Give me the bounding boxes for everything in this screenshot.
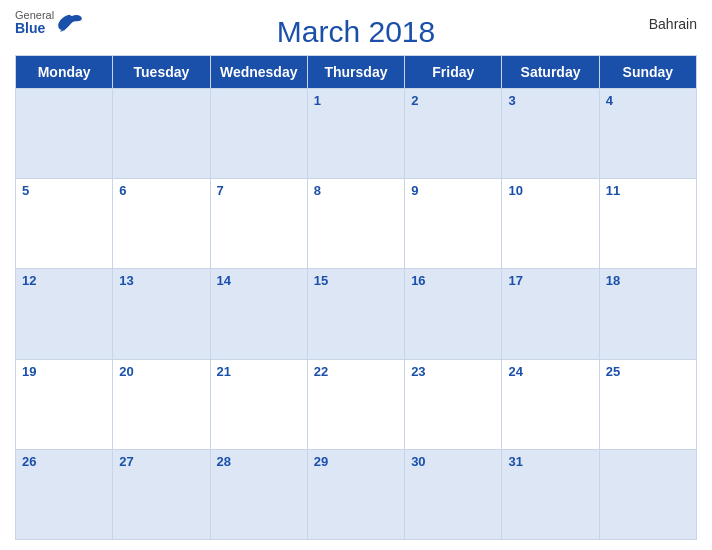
weekday-header-sunday: Sunday <box>599 56 696 89</box>
calendar-day-8: 8 <box>307 179 404 269</box>
day-number: 29 <box>314 454 328 469</box>
calendar-week-row: 1234 <box>16 89 697 179</box>
calendar-table: MondayTuesdayWednesdayThursdayFridaySatu… <box>15 55 697 540</box>
logo: General Blue <box>15 10 84 35</box>
day-number: 18 <box>606 273 620 288</box>
calendar-day-22: 22 <box>307 359 404 449</box>
calendar-day-2: 2 <box>405 89 502 179</box>
calendar-header-row: MondayTuesdayWednesdayThursdayFridaySatu… <box>16 56 697 89</box>
logo-blue-text: Blue <box>15 21 54 35</box>
calendar-day-1: 1 <box>307 89 404 179</box>
calendar-day-28: 28 <box>210 449 307 539</box>
calendar-day-empty <box>599 449 696 539</box>
weekday-header-saturday: Saturday <box>502 56 599 89</box>
day-number: 19 <box>22 364 36 379</box>
calendar-day-21: 21 <box>210 359 307 449</box>
calendar-day-7: 7 <box>210 179 307 269</box>
calendar-day-29: 29 <box>307 449 404 539</box>
calendar-day-4: 4 <box>599 89 696 179</box>
calendar-day-11: 11 <box>599 179 696 269</box>
day-number: 26 <box>22 454 36 469</box>
weekday-header-friday: Friday <box>405 56 502 89</box>
day-number: 12 <box>22 273 36 288</box>
calendar-title: March 2018 <box>277 15 435 49</box>
day-number: 11 <box>606 183 620 198</box>
day-number: 10 <box>508 183 522 198</box>
calendar-week-row: 12131415161718 <box>16 269 697 359</box>
calendar-day-20: 20 <box>113 359 210 449</box>
day-number: 27 <box>119 454 133 469</box>
day-number: 15 <box>314 273 328 288</box>
day-number: 1 <box>314 93 321 108</box>
calendar-day-31: 31 <box>502 449 599 539</box>
calendar-day-18: 18 <box>599 269 696 359</box>
calendar-day-19: 19 <box>16 359 113 449</box>
day-number: 17 <box>508 273 522 288</box>
calendar-day-6: 6 <box>113 179 210 269</box>
calendar-day-15: 15 <box>307 269 404 359</box>
calendar-day-16: 16 <box>405 269 502 359</box>
calendar-day-25: 25 <box>599 359 696 449</box>
calendar-day-empty <box>210 89 307 179</box>
calendar-day-27: 27 <box>113 449 210 539</box>
calendar-day-23: 23 <box>405 359 502 449</box>
calendar-day-empty <box>113 89 210 179</box>
calendar-week-row: 567891011 <box>16 179 697 269</box>
calendar-header: General Blue March 2018 Bahrain <box>15 10 697 49</box>
day-number: 9 <box>411 183 418 198</box>
day-number: 21 <box>217 364 231 379</box>
calendar-week-row: 262728293031 <box>16 449 697 539</box>
calendar-day-14: 14 <box>210 269 307 359</box>
calendar-day-30: 30 <box>405 449 502 539</box>
weekday-header-thursday: Thursday <box>307 56 404 89</box>
weekday-header-monday: Monday <box>16 56 113 89</box>
day-number: 25 <box>606 364 620 379</box>
calendar-day-17: 17 <box>502 269 599 359</box>
day-number: 22 <box>314 364 328 379</box>
day-number: 30 <box>411 454 425 469</box>
day-number: 5 <box>22 183 29 198</box>
day-number: 20 <box>119 364 133 379</box>
calendar-day-10: 10 <box>502 179 599 269</box>
calendar-week-row: 19202122232425 <box>16 359 697 449</box>
day-number: 31 <box>508 454 522 469</box>
weekday-header-tuesday: Tuesday <box>113 56 210 89</box>
day-number: 4 <box>606 93 613 108</box>
day-number: 7 <box>217 183 224 198</box>
day-number: 24 <box>508 364 522 379</box>
day-number: 3 <box>508 93 515 108</box>
calendar-day-12: 12 <box>16 269 113 359</box>
calendar-day-empty <box>16 89 113 179</box>
calendar-day-5: 5 <box>16 179 113 269</box>
calendar-day-3: 3 <box>502 89 599 179</box>
day-number: 16 <box>411 273 425 288</box>
calendar-day-24: 24 <box>502 359 599 449</box>
day-number: 2 <box>411 93 418 108</box>
calendar-day-26: 26 <box>16 449 113 539</box>
day-number: 23 <box>411 364 425 379</box>
day-number: 28 <box>217 454 231 469</box>
calendar-day-13: 13 <box>113 269 210 359</box>
country-label: Bahrain <box>649 16 697 32</box>
day-number: 14 <box>217 273 231 288</box>
day-number: 8 <box>314 183 321 198</box>
day-number: 13 <box>119 273 133 288</box>
logo-bird-icon <box>56 13 84 33</box>
weekday-header-wednesday: Wednesday <box>210 56 307 89</box>
calendar-day-9: 9 <box>405 179 502 269</box>
day-number: 6 <box>119 183 126 198</box>
calendar-body: 1234567891011121314151617181920212223242… <box>16 89 697 540</box>
